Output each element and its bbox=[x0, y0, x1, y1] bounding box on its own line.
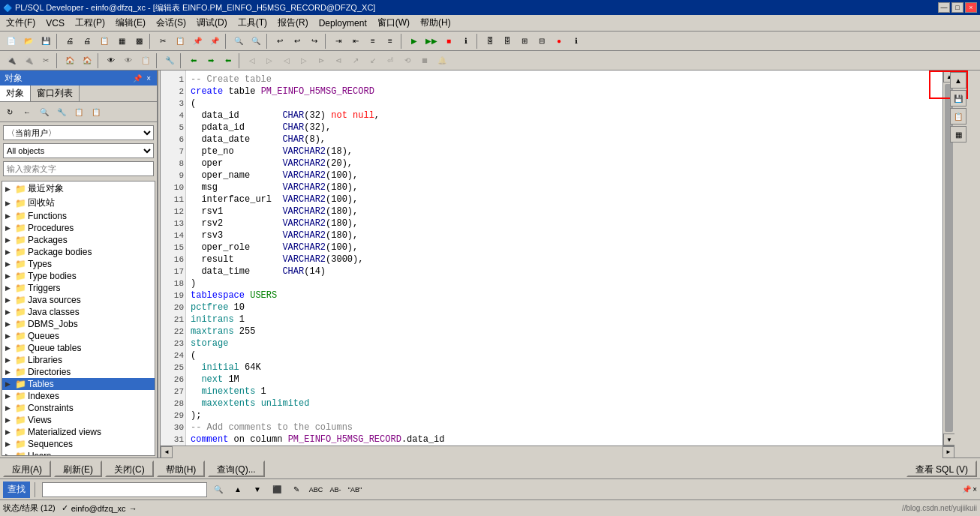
tree-item-functions[interactable]: ▶📁Functions bbox=[2, 210, 155, 222]
cut-btn[interactable]: ✂ bbox=[155, 33, 171, 50]
disconnect-btn[interactable]: 🔌 bbox=[20, 52, 37, 69]
nav-btn8[interactable]: ↙ bbox=[365, 52, 381, 69]
tree-item-indexes[interactable]: ▶📁Indexes bbox=[2, 390, 155, 402]
tree-arrow[interactable]: ▶ bbox=[5, 356, 14, 364]
tree-arrow[interactable]: ▶ bbox=[5, 320, 14, 328]
nav-btn1[interactable]: ◁ bbox=[244, 52, 260, 69]
compile-btn[interactable]: ▶ bbox=[406, 33, 422, 50]
find-btn[interactable]: 🔍 bbox=[230, 33, 247, 50]
tree-item-directories[interactable]: ▶📁Directories bbox=[2, 366, 155, 378]
tree-item-triggers[interactable]: ▶📁Triggers bbox=[2, 282, 155, 294]
menu-deployment[interactable]: Deployment bbox=[314, 16, 371, 30]
nav-btn3[interactable]: ◁ bbox=[278, 52, 295, 69]
refresh-btn[interactable]: ↻ bbox=[2, 104, 18, 120]
open-btn[interactable]: 📂 bbox=[20, 33, 37, 50]
menu-edit[interactable]: 编辑(E) bbox=[111, 15, 150, 31]
filter-btn[interactable]: 🔧 bbox=[53, 104, 70, 120]
menu-help[interactable]: 帮助(H) bbox=[416, 15, 455, 31]
obj-btn[interactable]: 🏠 bbox=[62, 52, 78, 69]
layout2-btn[interactable]: ▩ bbox=[131, 33, 147, 50]
tree-item-queue-tables[interactable]: ▶📁Queue tables bbox=[2, 342, 155, 354]
minimize-button[interactable]: — bbox=[938, 2, 950, 13]
menu-debug[interactable]: 调试(D) bbox=[192, 15, 232, 31]
nav-btn12[interactable]: 🔔 bbox=[434, 52, 450, 69]
tree-arrow[interactable]: ▶ bbox=[5, 236, 14, 244]
tree-item-types[interactable]: ▶📁Types bbox=[2, 258, 155, 270]
panel-pin-controls[interactable]: 📌 × bbox=[131, 74, 152, 82]
tree-arrow[interactable]: ▶ bbox=[5, 200, 14, 207]
user-dropdown[interactable]: 〈当前用户〉 bbox=[3, 125, 154, 140]
undo-btn[interactable]: ↩ bbox=[272, 33, 288, 50]
indent2-btn[interactable]: ≡ bbox=[365, 33, 381, 50]
tree-arrow[interactable]: ▶ bbox=[5, 224, 14, 232]
tree-item-libraries[interactable]: ▶📁Libraries bbox=[2, 354, 155, 366]
tree-item-package-bodies[interactable]: ▶📁Package bodies bbox=[2, 246, 155, 258]
tree-item-users[interactable]: ▶📁Users bbox=[2, 450, 155, 456]
tab-objects[interactable]: 对象 bbox=[0, 86, 31, 101]
new-btn[interactable]: 📄 bbox=[3, 33, 20, 50]
search-quote-btn[interactable]: "AB" bbox=[347, 482, 363, 498]
scroll-down-arrow[interactable]: ▼ bbox=[943, 434, 954, 446]
filter-dropdown[interactable]: All objects bbox=[3, 143, 154, 158]
nav-btn5[interactable]: ⊳ bbox=[313, 52, 329, 69]
title-bar-controls[interactable]: — □ × bbox=[938, 2, 977, 13]
apply-button[interactable]: 应用(A) bbox=[3, 460, 51, 477]
tree-arrow[interactable]: ▶ bbox=[5, 392, 14, 400]
close-button[interactable]: × bbox=[965, 2, 977, 13]
tree-item-java-sources[interactable]: ▶📁Java sources bbox=[2, 294, 155, 306]
horizontal-scrollbar[interactable]: ◄ ► bbox=[161, 446, 954, 458]
tree-arrow[interactable]: ▶ bbox=[5, 296, 14, 304]
connect-btn[interactable]: 🔌 bbox=[3, 52, 20, 69]
nav-btn2[interactable]: ▷ bbox=[261, 52, 278, 69]
stop-btn[interactable]: ■ bbox=[440, 33, 457, 50]
paste-tree-btn[interactable]: 📋 bbox=[88, 104, 104, 120]
tree-item-packages[interactable]: ▶📁Packages bbox=[2, 234, 155, 246]
compile2-btn[interactable]: ▶▶ bbox=[423, 33, 440, 50]
tree-item-回收站[interactable]: ▶📁回收站 bbox=[2, 196, 155, 210]
exec2-btn[interactable]: ℹ bbox=[568, 33, 585, 50]
hscroll-track[interactable] bbox=[173, 446, 942, 458]
tree-item-procedures[interactable]: ▶📁Procedures bbox=[2, 222, 155, 234]
redo-btn[interactable]: ↪ bbox=[306, 33, 323, 50]
search-next-btn[interactable]: ▼ bbox=[249, 482, 266, 498]
save-btn[interactable]: 💾 bbox=[38, 33, 54, 50]
tree-arrow[interactable]: ▶ bbox=[5, 272, 14, 280]
nav-btn6[interactable]: ⊲ bbox=[330, 52, 347, 69]
db4-btn[interactable]: ⊟ bbox=[534, 33, 550, 50]
find2-btn[interactable]: 🔍 bbox=[248, 33, 264, 50]
menu-vcs[interactable]: VCS bbox=[41, 16, 69, 30]
menu-project[interactable]: 工程(P) bbox=[71, 15, 110, 31]
tree-arrow[interactable]: ▶ bbox=[5, 452, 14, 456]
format-btn[interactable]: ≡ bbox=[382, 33, 398, 50]
tree-arrow[interactable]: ▶ bbox=[5, 440, 14, 448]
tree-arrow[interactable]: ▶ bbox=[5, 332, 14, 340]
tree-arrow[interactable]: ▶ bbox=[5, 368, 14, 376]
close-button[interactable]: 关闭(C) bbox=[105, 460, 154, 477]
search-input[interactable] bbox=[3, 161, 154, 176]
tree-arrow[interactable]: ▶ bbox=[5, 344, 14, 352]
tree-arrow[interactable]: ▶ bbox=[5, 308, 14, 316]
tree-item-constraints[interactable]: ▶📁Constraints bbox=[2, 402, 155, 414]
search-abc-btn[interactable]: ABC bbox=[308, 482, 324, 498]
search-prev-btn[interactable]: ▲ bbox=[230, 482, 246, 498]
search-ab-dash-btn[interactable]: AB- bbox=[327, 482, 344, 498]
tree-arrow[interactable]: ▶ bbox=[5, 185, 14, 193]
view-btn[interactable]: 👁 bbox=[103, 52, 119, 69]
tree-arrow[interactable]: ▶ bbox=[5, 248, 14, 256]
info-btn[interactable]: ℹ bbox=[458, 33, 474, 50]
search-edit-btn[interactable]: ✎ bbox=[288, 482, 305, 498]
nav-btn7[interactable]: ↗ bbox=[347, 52, 364, 69]
menu-reports[interactable]: 报告(R) bbox=[273, 15, 313, 31]
tree-item-dbms_jobs[interactable]: ▶📁DBMS_Jobs bbox=[2, 318, 155, 330]
paste2-btn[interactable]: 📌 bbox=[206, 33, 223, 50]
tree-arrow[interactable]: ▶ bbox=[5, 404, 14, 412]
close-search-btn[interactable]: × bbox=[972, 485, 977, 494]
menu-window[interactable]: 窗口(W) bbox=[373, 15, 414, 31]
query-button[interactable]: 查询(Q)... bbox=[208, 460, 264, 477]
tree-item-tables[interactable]: ▶📁Tables bbox=[2, 378, 155, 390]
tree-item-java-classes[interactable]: ▶📁Java classes bbox=[2, 306, 155, 318]
tree-item-sequences[interactable]: ▶📁Sequences bbox=[2, 438, 155, 450]
tree-arrow[interactable]: ▶ bbox=[5, 212, 14, 220]
back-btn[interactable]: ← bbox=[19, 104, 35, 120]
tree-arrow[interactable]: ▶ bbox=[5, 428, 14, 436]
